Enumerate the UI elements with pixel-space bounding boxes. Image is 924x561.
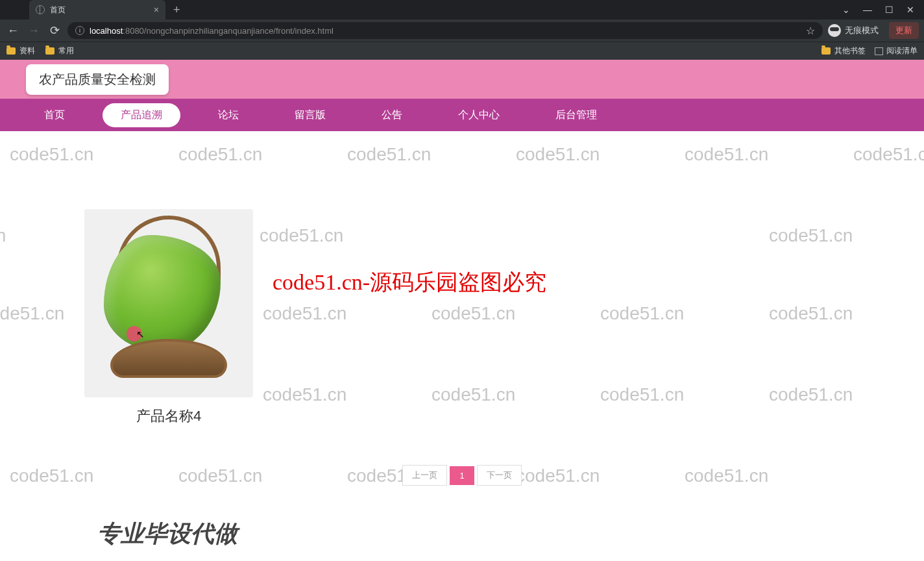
reading-list-label: 阅读清单 (886, 45, 918, 56)
product-image (84, 209, 253, 397)
chevron-down-icon[interactable]: ⌄ (842, 5, 850, 15)
nav-bar: 首页 产品追溯 论坛 留言版 公告 个人中心 后台管理 (0, 99, 924, 131)
incognito-icon (828, 24, 841, 37)
url-field[interactable]: i localhost:8080/nongchanpinzhilianganqu… (67, 22, 823, 39)
prev-page-button[interactable]: 上一页 (402, 465, 447, 486)
page-number-current[interactable]: 1 (450, 466, 474, 485)
close-window-icon[interactable]: ✕ (906, 5, 914, 15)
bookmark-folder[interactable]: 常用 (45, 45, 74, 56)
nav-message-board[interactable]: 留言版 (276, 103, 344, 127)
bookmark-label: 常用 (58, 45, 74, 56)
cursor-icon: ↖ (136, 329, 145, 340)
nav-user-center[interactable]: 个人中心 (440, 103, 518, 127)
folder-icon (6, 47, 16, 55)
new-tab-button[interactable]: + (173, 3, 180, 17)
bookmark-label: 资料 (19, 45, 35, 56)
nav-home[interactable]: 首页 (26, 103, 83, 127)
bookmark-star-icon[interactable]: ☆ (806, 25, 815, 37)
browser-tab[interactable]: 首页 × (29, 0, 165, 19)
update-button[interactable]: 更新 (889, 22, 919, 39)
footer-text: 专业毕设代做 (0, 505, 924, 561)
info-icon: i (75, 26, 84, 35)
page-title: 农产品质量安全检测 (26, 64, 169, 95)
reading-list[interactable]: 阅读清单 (875, 45, 918, 56)
minimize-icon[interactable]: — (863, 5, 872, 15)
globe-icon (36, 5, 45, 14)
center-warning-text: code51.cn-源码乐园盗图必究 (273, 268, 546, 297)
browser-tab-bar: 首页 × + ⌄ — ☐ ✕ (0, 0, 924, 19)
folder-icon (45, 47, 55, 55)
other-bookmarks[interactable]: 其他书签 (821, 45, 866, 56)
back-button[interactable]: ← (5, 24, 21, 38)
close-tab-icon[interactable]: × (154, 5, 159, 15)
tab-title: 首页 (50, 5, 66, 16)
url-port: :8080 (123, 26, 144, 36)
url-bar: ← → ⟳ i localhost:8080/nongchanpinzhilia… (0, 19, 924, 42)
incognito-indicator: 无痕模式 (828, 24, 879, 37)
next-page-button[interactable]: 下一页 (477, 465, 522, 486)
forward-button[interactable]: → (26, 24, 42, 38)
window-controls: ⌄ — ☐ ✕ (842, 5, 924, 15)
page-content: code51.cn code51.cn code51.cn code51.cn … (0, 60, 924, 561)
nav-admin[interactable]: 后台管理 (537, 103, 615, 127)
nav-announcement[interactable]: 公告 (363, 103, 420, 127)
bookmarks-bar: 资料 常用 其他书签 阅读清单 (0, 42, 924, 60)
url-path: /nongchanpinzhilianganquanjiance/front/i… (144, 26, 334, 36)
product-name: 产品名称4 (84, 406, 253, 426)
url-host: localhost (90, 26, 123, 36)
nav-product-trace[interactable]: 产品追溯 (103, 103, 180, 127)
list-icon (875, 47, 883, 55)
maximize-icon[interactable]: ☐ (885, 5, 894, 15)
nav-forum[interactable]: 论坛 (200, 103, 257, 127)
incognito-label: 无痕模式 (845, 25, 879, 36)
folder-icon (821, 47, 831, 55)
bookmark-folder[interactable]: 资料 (6, 45, 35, 56)
reload-button[interactable]: ⟳ (47, 23, 62, 38)
product-card[interactable]: 产品名称4 ↖ (84, 209, 253, 426)
pagination: 上一页 1 下一页 (84, 465, 840, 486)
page-header: 农产品质量安全检测 (0, 60, 924, 99)
other-bookmarks-label: 其他书签 (834, 45, 866, 56)
